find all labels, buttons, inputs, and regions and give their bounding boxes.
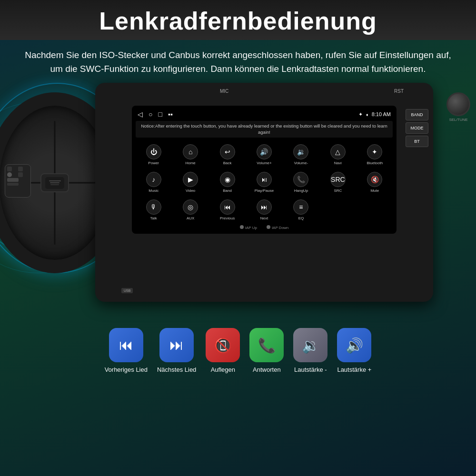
grid-btn-icon-5: △ — [330, 144, 346, 159]
grid-btn-icon-7: ♪ — [146, 172, 161, 187]
bottom-icon-label-0: Vorheriges Lied — [105, 366, 148, 373]
bt-button[interactable]: BT — [406, 136, 428, 147]
bottom-icon-circle-5: 🔊 — [337, 328, 371, 362]
bottom-icon-symbol-2: 📵 — [214, 337, 232, 354]
grid-btn-back[interactable]: ↩ Back — [209, 141, 245, 168]
bottom-icon-symbol-1: ⏭ — [169, 337, 184, 353]
grid-btn-bluetooth[interactable]: ✦ Bluetooth — [357, 141, 393, 168]
grid-btn-eq[interactable]: ≡ EQ — [283, 197, 319, 223]
grid-btn-label-5: Navi — [334, 161, 342, 165]
mic-label: MIC — [220, 89, 228, 94]
grid-btn-empty-20 — [357, 197, 393, 223]
nav-icons: ◁ ○ □ ▪▪ — [138, 110, 173, 118]
bottom-icon-item-3[interactable]: 📞Antworten — [249, 328, 284, 373]
bottom-icon-item-4[interactable]: 🔉Lautstärke - — [293, 328, 327, 373]
grid-btn-src[interactable]: SRC SRC — [320, 169, 356, 196]
rst-label: RST — [394, 89, 404, 94]
bottom-icon-label-1: Nächstes Lied — [157, 366, 196, 373]
radio-unit: MIC RST MENU BACK NAVI BAND MODE BT ◁ ○ … — [95, 83, 433, 302]
main-content: 🎙 PWR/VOL SEL/TUNE MIC RST MENU BACK NAV… — [0, 83, 476, 311]
grid-btn-label-2: Back — [223, 161, 232, 165]
subtitle-area: Nachdem Sie den ISO-Stecker und Canbus k… — [0, 40, 476, 80]
bottom-icon-label-3: Antworten — [253, 366, 281, 373]
function-grid: ⏻ Power ⌂ Home ↩ Back 🔊 Volume+ 🔉 Volume… — [136, 141, 393, 223]
grid-btn-icon-0: ⏻ — [146, 144, 161, 159]
grid-btn-previous[interactable]: ⏮ Previous — [209, 197, 245, 223]
grid-btn-label-17: Next — [260, 216, 268, 220]
grid-btn-label-7: Music — [149, 188, 159, 193]
grid-btn-talk[interactable]: 🎙 Talk — [136, 197, 171, 223]
grid-btn-icon-14: 🎙 — [146, 199, 161, 215]
usb-label: USB — [121, 288, 133, 293]
grid-btn-icon-4: 🔉 — [293, 144, 308, 159]
page-title: Lenkradfernbedienung — [5, 7, 471, 35]
bottom-icon-item-0[interactable]: ⏮Vorheriges Lied — [105, 328, 148, 373]
knob-right-label: SEL/TUNE — [447, 118, 469, 122]
grid-btn-band[interactable]: ◉ Band — [209, 169, 245, 196]
bottom-icon-label-2: Auflegen — [211, 366, 235, 373]
band-button[interactable]: BAND — [406, 109, 428, 120]
grid-btn-hangup[interactable]: 📞 HangUp — [283, 169, 319, 196]
knob-sel-tune[interactable] — [446, 92, 470, 116]
bottom-icon-item-2[interactable]: 📵Auflegen — [206, 328, 240, 373]
grid-btn-volume-[interactable]: 🔉 Volume- — [283, 141, 319, 168]
grid-btn-icon-11: 📞 — [293, 172, 308, 187]
bottom-icon-circle-4: 🔉 — [293, 328, 327, 362]
bottom-icon-circle-0: ⏮ — [109, 328, 143, 362]
bottom-icon-symbol-4: 🔉 — [302, 337, 319, 354]
grid-btn-home[interactable]: ⌂ Home — [172, 141, 208, 168]
grid-btn-navi[interactable]: △ Navi — [320, 141, 356, 168]
bottom-icon-label-4: Lautstärke - — [294, 366, 327, 373]
bottom-icon-symbol-5: 🔊 — [346, 337, 363, 354]
notice-text: Notice:After entering the touch button, … — [136, 121, 393, 138]
grid-btn-video[interactable]: ▶ Video — [172, 169, 208, 196]
grid-btn-label-8: Video — [186, 188, 195, 193]
grid-btn-icon-18: ≡ — [293, 199, 308, 215]
mode-button[interactable]: MODE — [406, 122, 428, 134]
bottom-icon-circle-1: ⏭ — [159, 328, 194, 362]
iap-down-indicator: IAP Down — [267, 225, 288, 230]
back-nav-icon[interactable]: ◁ — [138, 110, 143, 118]
grid-btn-icon-17: ⏭ — [257, 199, 272, 215]
grid-btn-icon-13: 🔇 — [367, 172, 382, 187]
bottom-icon-circle-2: 📵 — [206, 328, 240, 362]
grid-btn-icon-3: 🔊 — [257, 144, 272, 159]
grid-btn-label-13: Mute — [370, 188, 379, 193]
grid-btn-music[interactable]: ♪ Music — [136, 169, 171, 196]
grid-btn-icon-9: ◉ — [220, 172, 235, 187]
grid-btn-label-11: HangUp — [294, 188, 308, 193]
radio-screen: ◁ ○ □ ▪▪ ✦ ⬧ 8:10 AM Notice:After enteri… — [132, 106, 397, 234]
grid-btn-icon-8: ▶ — [183, 172, 198, 187]
bottom-icon-label-5: Lautstärke + — [337, 366, 371, 373]
bottom-icon-item-1[interactable]: ⏭Nächstes Lied — [157, 328, 196, 373]
grid-btn-label-9: Band — [223, 188, 232, 193]
status-bar: ◁ ○ □ ▪▪ ✦ ⬧ 8:10 AM — [136, 109, 393, 121]
grid-btn-icon-1: ⌂ — [183, 144, 198, 159]
grid-btn-icon-12: SRC — [330, 172, 346, 187]
grid-btn-next[interactable]: ⏭ Next — [246, 197, 282, 223]
grid-btn-label-6: Bluetooth — [367, 161, 383, 165]
grid-btn-play-pause[interactable]: ⏯ Play/Pause — [246, 169, 282, 196]
home-nav-icon[interactable]: ○ — [149, 110, 152, 118]
recents-nav-icon[interactable]: □ — [158, 110, 162, 118]
grid-btn-power[interactable]: ⏻ Power — [136, 141, 171, 168]
bottom-icons-row: ⏮Vorheriges Lied⏭Nächstes Lied📵Auflegen📞… — [0, 316, 476, 380]
iap-up-indicator: IAP Up — [240, 225, 257, 230]
grid-btn-label-1: Home — [185, 161, 195, 165]
grid-btn-label-10: Play/Pause — [255, 188, 274, 193]
bottom-icon-item-5[interactable]: 🔊Lautstärke + — [337, 328, 371, 373]
side-buttons-right: BAND MODE BT — [406, 109, 428, 147]
grid-btn-aux[interactable]: ◎ AUX — [172, 197, 208, 223]
iap-row: IAP Up IAP Down — [136, 223, 393, 230]
grid-btn-label-18: EQ — [298, 216, 304, 220]
grid-btn-label-4: Volume- — [294, 161, 308, 165]
grid-btn-volume+[interactable]: 🔊 Volume+ — [246, 141, 282, 168]
grid-btn-empty-19 — [320, 197, 356, 223]
grid-btn-icon-16: ⏮ — [220, 199, 235, 215]
grid-btn-icon-15: ◎ — [183, 199, 198, 215]
location-icon: ⬧ — [366, 111, 369, 117]
grid-btn-icon-6: ✦ — [367, 144, 382, 159]
grid-btn-label-12: SRC — [334, 188, 342, 193]
grid-btn-mute[interactable]: 🔇 Mute — [357, 169, 393, 196]
grid-btn-label-15: AUX — [187, 216, 194, 220]
